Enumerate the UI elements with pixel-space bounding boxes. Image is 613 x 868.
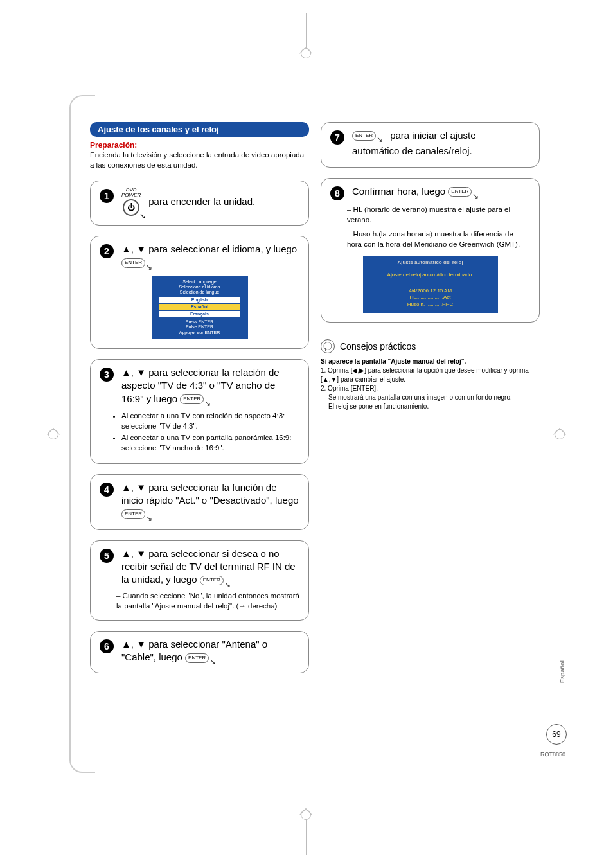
lang-opt-espanol: Español <box>159 304 240 310</box>
step-2-text: ▲, ▼ para seleccionar el idioma, y luego <box>121 244 297 254</box>
enter-icon: ENTER <box>200 576 224 585</box>
register-mark <box>48 429 58 439</box>
prep-label: Preparación: <box>90 141 309 150</box>
step-badge-2: 2 <box>100 244 114 258</box>
register-mark <box>555 429 565 439</box>
cropmark <box>306 817 306 855</box>
tips-line-3: Se mostrará una pantalla con una imagen … <box>321 393 540 402</box>
tips-title: Consejos prácticos <box>340 341 416 351</box>
step-1-card: 1 DVD POWER ⏻ para encender la unidad. <box>90 181 309 226</box>
step-badge-3: 3 <box>100 368 114 382</box>
header-block: Ajuste de los canales y el reloj Prepara… <box>90 122 309 170</box>
step-badge-4: 4 <box>100 483 114 497</box>
step-badge-7: 7 <box>330 130 344 145</box>
tips-block: Consejos prácticos Si aparece la pantall… <box>321 333 540 411</box>
step-3-bullets: Al conectar a una TV con relación de asp… <box>100 411 299 453</box>
register-mark <box>301 810 311 820</box>
enter-icon: ENTER <box>180 394 204 404</box>
tips-line-4: El reloj se pone en funcionamiento. <box>321 402 540 411</box>
step-8-note-1: – HL (horario de verano) muestra el ajus… <box>330 204 530 225</box>
register-mark <box>301 48 311 58</box>
step-4-text: ▲, ▼ para seleccionar la función de inic… <box>121 482 299 506</box>
tips-line-1: 1. Oprima [◀,▶] para seleccionar la opci… <box>321 366 540 384</box>
right-column: 7 ENTER para iniciar el ajuste automátic… <box>321 122 540 673</box>
page-number: 69 <box>546 724 567 745</box>
cropmark <box>562 434 600 434</box>
step-badge-5: 5 <box>100 549 114 563</box>
tips-line-2: 2. Oprima [ENTER]. <box>321 384 540 393</box>
prep-text: Encienda la televisión y seleccione la e… <box>90 150 309 170</box>
step-7-text-1: para iniciar el ajuste <box>390 129 475 142</box>
lang-opt-english: English <box>159 297 240 303</box>
lightbulb-icon <box>321 339 335 353</box>
language-menu-screenshot: Select Language Seleccione el idioma Sél… <box>152 276 248 339</box>
left-column: Ajuste de los canales y el reloj Prepara… <box>90 122 309 673</box>
side-language-tab: Español <box>559 660 565 683</box>
lang-opt-francais: Français <box>159 311 240 317</box>
step-8-card: 8 Confirmar hora, luego ENTER – HL (hora… <box>321 178 540 323</box>
step-7-card: 7 ENTER para iniciar el ajuste automátic… <box>321 122 540 168</box>
step-5-card: 5 ▲, ▼ para seleccionar si desea o no re… <box>90 540 309 621</box>
step-8-note-2: – Huso h.(la zona horaria) muestra la di… <box>330 229 530 249</box>
step-7-text-2: automático de canales/reloj. <box>352 145 476 157</box>
enter-icon: ENTER <box>185 653 209 663</box>
step-4-card: 4 ▲, ▼ para seleccionar la función de in… <box>90 474 309 530</box>
dvd-power-icon: DVD POWER ⏻ <box>121 188 141 216</box>
step-badge-8: 8 <box>330 186 344 200</box>
step-6-card: 6 ▲, ▼ para seleccionar "Antena" o "Cabl… <box>90 631 309 674</box>
cropmark <box>13 434 51 434</box>
page-content: Ajuste de los canales y el reloj Prepara… <box>90 122 540 673</box>
step-badge-1: 1 <box>100 189 114 203</box>
enter-icon: ENTER <box>448 187 472 197</box>
cropmark <box>306 13 306 51</box>
enter-icon: ENTER <box>121 258 145 268</box>
enter-icon: ENTER <box>352 131 376 141</box>
step-1-text: para encender la unidad. <box>148 195 255 208</box>
section-title: Ajuste de los canales y el reloj <box>90 122 309 137</box>
step-badge-6: 6 <box>100 639 114 653</box>
enter-icon: ENTER <box>121 509 145 519</box>
step-5-note: – Cuando seleccione "No", la unidad ento… <box>100 590 299 611</box>
tips-bold: Si aparece la pantalla "Ajuste manual de… <box>321 357 540 366</box>
step-3-card: 3 ▲, ▼ para seleccionar la relación de a… <box>90 359 309 464</box>
document-id: RQT8850 <box>540 751 565 757</box>
step-2-card: 2 ▲, ▼ para seleccionar el idioma, y lue… <box>90 236 309 349</box>
auto-clock-screenshot: Ajuste automático del reloj Ajuste del r… <box>363 256 498 313</box>
step-8-text: Confirmar hora, luego <box>352 186 445 197</box>
